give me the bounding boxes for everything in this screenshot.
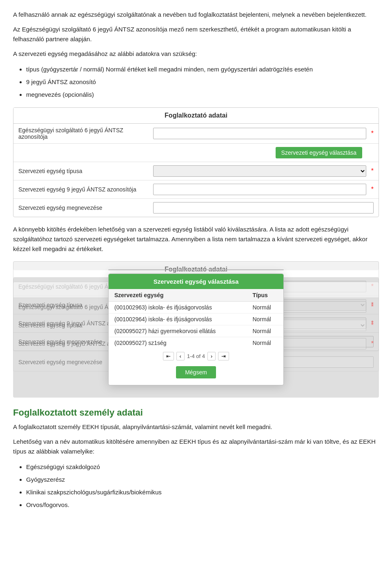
modal-unit-cell: (001002963) iskola- és ifjúságorvoslás [109,302,247,314]
modal-unit-cell: (001002964) iskola- és ifjúságorvoslás [109,314,247,325]
middle-para: A könnyebb kitöltés érdekében lehetőség … [13,225,379,254]
select-unit-button[interactable]: Szervezeti egység választása [276,147,362,158]
section2-bullet1: Egészségügyi szakdolgozó [26,461,379,472]
intro-bullet3: megnevezés (opcionális) [26,89,379,100]
col-unit: Szervezeti egység [109,289,247,302]
antsz6-required: * [371,130,374,137]
form-row-antsz6: Egészségügyi szolgáltató 6 jegyű ÁNTSZ a… [13,124,379,144]
antsz9-required: * [371,186,374,193]
modal-wrapper: Foglalkoztató adatai Egészségügyi szolgá… [13,278,379,398]
intro-para2: Az Egészségügyi szolgáltató 6 jegyű ÁNTS… [13,24,379,44]
modal-unit-cell: (020095027) házi gyermekorvosi ellátás [109,325,247,337]
modal-cancel-wrap: Mégsem [109,363,283,380]
modal-type-cell: Normál [247,302,283,314]
antsz9-label: Szervezeti egység 9 jegyű ÁNTSZ azonosít… [18,186,149,193]
modal-type-cell: Normál [247,325,283,337]
form-row-megnevezes: Szervezeti egység megnevezése [13,199,379,217]
antsz6-input[interactable] [153,128,366,139]
modal-table-header: Szervezeti egység Típus [109,289,283,302]
antsz9-input[interactable] [153,184,366,195]
megnevezes-field-wrap [153,202,374,213]
section2-list: Egészségügyi szakdolgozó Gyógyszerész Kl… [26,461,379,510]
modal-type-cell: Normál [247,337,283,349]
employer-form-title: Foglalkoztató adatai [13,108,379,124]
modal-unit-cell: (020095027) sz1ség [109,337,247,349]
modal-table-row[interactable]: (020095027) sz1ségNormál [109,337,283,349]
megnevezes-input[interactable] [153,202,374,213]
modal-body: Szervezeti egység Típus (001002963) isko… [109,289,283,385]
pagination-last[interactable]: ⇥ [218,352,229,360]
modal-table: Szervezeti egység Típus (001002963) isko… [109,289,283,349]
modal-table-row[interactable]: (020095027) házi gyermekorvosi ellátásNo… [109,325,283,337]
section2-heading: Foglalkoztatott személy adatai [13,407,379,418]
intro-bullet2: 9 jegyű ÁNTSZ azonosító [26,76,379,87]
modal-type-cell: Normál [247,314,283,325]
form-row-tipusa: Szervezeti egység típusa Normál Gyógysze… [13,162,379,180]
intro-para3: A szervezeti egység megadásához az alább… [13,49,379,59]
antsz6-label: Egészségügyi szolgáltató 6 jegyű ÁNTSZ a… [18,127,149,140]
unit-selection-modal [108,269,284,270]
form-row-select-btn: Szervezeti egység választása [13,144,379,162]
form-row-antsz9: Szervezeti egység 9 jegyű ÁNTSZ azonosít… [13,180,379,199]
modal-center: Szervezeti egység választása Szervezeti … [13,274,379,385]
section2-bullet3: Klinikai szakpszichológus/sugárfizikus/b… [26,487,379,498]
modal-table-row[interactable]: (001002963) iskola- és ifjúságorvoslásNo… [109,302,283,314]
section2-para2: Lehetőség van a név automatikus kitöltés… [13,437,379,456]
pagination-next[interactable]: › [207,352,216,360]
col-type: Típus [247,289,283,302]
section2-bullet4: Orvos/fogorvos. [26,499,379,510]
section2-para1: A foglalkoztatott személy EEKH típusát, … [13,422,379,432]
antsz9-field-wrap: * [153,184,374,195]
modal-table-row[interactable]: (001002964) iskola- és ifjúságorvoslásNo… [109,314,283,325]
pagination-info: 1-4 of 4 [187,353,205,359]
modal-title: Szervezeti egység választása [109,274,283,289]
pagination-first[interactable]: ⇤ [163,352,174,360]
pagination-prev[interactable]: ‹ [176,352,185,360]
employer-form-card: Foglalkoztató adatai Egészségügyi szolgá… [13,107,379,217]
intro-list: típus (gyógyszertár / normál) Normál ért… [26,64,379,100]
modal-pagination: ⇤ ‹ 1-4 of 4 › ⇥ [109,349,283,363]
antsz6-field-wrap: * [153,128,374,139]
tipusa-select[interactable]: Normál Gyógyszertár [153,165,366,177]
section2-bullet2: Gyógyszerész [26,474,379,485]
megnevezes-label: Szervezeti egység megnevezése [18,205,149,211]
tipusa-field-wrap: Normál Gyógyszertár * [153,165,374,177]
tipusa-label: Szervezeti egység típusa [18,168,149,174]
modal-dialog: Szervezeti egység választása Szervezeti … [108,274,284,385]
modal-cancel-button[interactable]: Mégsem [176,366,216,378]
intro-bullet1: típus (gyógyszertár / normál) Normál ért… [26,64,379,75]
intro-para1: A felhasználó annak az egészségügyi szol… [13,10,379,20]
tipusa-required: * [371,167,374,175]
modal-section: Foglalkoztató adatai Egészségügyi szolgá… [13,261,379,270]
